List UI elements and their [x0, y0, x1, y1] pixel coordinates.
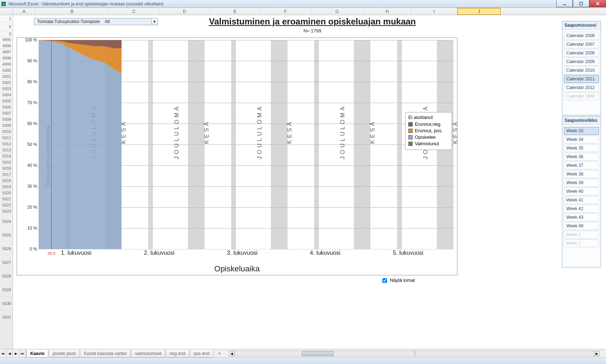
slicer-item[interactable]: Calendar 2012	[564, 84, 599, 92]
column-header[interactable]: B	[35, 8, 109, 15]
row-header[interactable]: 5020	[0, 190, 13, 196]
row-header[interactable]: 5026	[0, 242, 13, 256]
page-filter-dropdown[interactable]: Toimiala-Tulosyksikkö-Toimipiste All ▼	[34, 18, 158, 25]
column-header[interactable]: J	[457, 8, 501, 15]
slicer-item[interactable]: Week 34	[564, 136, 599, 143]
row-header[interactable]: 5011	[0, 135, 13, 141]
row-header[interactable]: 4996	[0, 43, 13, 49]
row-header[interactable]: 5021	[0, 196, 13, 202]
maximize-button[interactable]	[573, 0, 589, 7]
row-header[interactable]: 5008	[0, 116, 13, 123]
slicer-item[interactable]: Week 37	[564, 161, 599, 169]
row-header[interactable]: 4995	[0, 37, 13, 43]
slicer-item[interactable]: Week 49	[564, 222, 599, 230]
chart-subtitle: N= 1799	[179, 28, 446, 34]
slicer-item[interactable]: Week 35	[564, 144, 599, 152]
row-header[interactable]: 5010	[0, 129, 13, 135]
new-sheet-button[interactable]: ✶	[214, 351, 225, 356]
slicer-saapumisvuosi[interactable]: Saapumisvuosi Calendar 2006Calendar 2007…	[562, 21, 601, 115]
row-header[interactable]: 5022	[0, 202, 13, 208]
sheet-tab[interactable]: pivotin pivot	[49, 350, 79, 358]
row-header[interactable]: 4998	[0, 55, 13, 61]
sheet-tab[interactable]: Koonti kaaviota varten	[80, 350, 131, 358]
row-header[interactable]: 5003	[0, 86, 13, 92]
checkbox-input[interactable]	[382, 278, 387, 283]
column-header[interactable]: A	[13, 8, 35, 15]
row-header[interactable]: 5006	[0, 104, 13, 110]
tab-last-button[interactable]: ⏭	[19, 349, 26, 358]
tab-next-button[interactable]: ▶	[13, 349, 19, 358]
scrollbar-split[interactable]	[414, 351, 416, 356]
column-header[interactable]: H	[364, 8, 411, 15]
dropdown-icon[interactable]: ▼	[151, 18, 158, 25]
slicer-item[interactable]: Week 41	[564, 196, 599, 204]
minimize-button[interactable]	[556, 0, 573, 7]
column-header[interactable]: C	[109, 8, 159, 15]
row-header[interactable]: 5015	[0, 159, 13, 165]
row-header[interactable]: 5007	[0, 110, 13, 116]
slicer-item[interactable]: Week 42	[564, 205, 599, 213]
row-header[interactable]: 5000	[0, 67, 13, 74]
slicer-item[interactable]: Week 38	[564, 170, 599, 178]
sheet-tab[interactable]: valmistumiset	[131, 350, 165, 358]
column-header[interactable]: I	[411, 8, 457, 15]
sheet-tab[interactable]: neg erot	[166, 350, 189, 358]
column-header[interactable]: G	[311, 8, 364, 15]
slicer-item[interactable]: Calendar 2006	[564, 32, 599, 40]
row-header[interactable]: 5031	[0, 310, 13, 324]
row-header[interactable]: 5030	[0, 297, 13, 310]
slicer-item[interactable]: Week 2	[564, 239, 599, 247]
row-header[interactable]: 5004	[0, 92, 13, 98]
slicer-item[interactable]: Calendar 2008	[564, 49, 599, 57]
row-header[interactable]: 5017	[0, 172, 13, 178]
tab-prev-button[interactable]: ◀	[6, 349, 13, 358]
slicer-item[interactable]: Calendar 1980	[564, 92, 599, 100]
row-header[interactable]: 8	[0, 31, 13, 37]
slicer-item[interactable]: Week 1	[564, 231, 599, 239]
row-header[interactable]: 2	[0, 15, 13, 22]
row-header[interactable]: 5016	[0, 165, 13, 172]
selectall-corner[interactable]	[0, 8, 13, 15]
horizontal-scrollbar[interactable]: ◀ ▶	[229, 351, 600, 356]
row-header[interactable]: 5009	[0, 123, 13, 129]
tab-first-button[interactable]: ⏮	[0, 349, 6, 358]
show-vacations-checkbox[interactable]: Näytä lomat	[382, 278, 415, 283]
slicer-item[interactable]: Week 43	[564, 213, 599, 221]
row-header[interactable]: 5025	[0, 228, 13, 242]
row-header[interactable]: 6	[0, 22, 13, 31]
slicer-item[interactable]: Week 39	[564, 179, 599, 187]
slicer-item[interactable]: Calendar 2007	[564, 40, 599, 48]
column-header[interactable]: E	[210, 8, 260, 15]
row-header[interactable]: 5001	[0, 74, 13, 80]
row-header[interactable]: 5024	[0, 214, 13, 228]
row-header[interactable]: 4997	[0, 49, 13, 55]
slicer-item[interactable]: Calendar 2011	[564, 75, 599, 83]
slicer-saapumisviikko[interactable]: Saapumisviikko Week 33Week 34Week 35Week…	[562, 116, 601, 267]
column-header[interactable]: D	[159, 8, 210, 15]
slicer-item[interactable]: Calendar 2010	[564, 66, 599, 74]
row-header[interactable]: 5029	[0, 283, 13, 297]
row-header[interactable]: 5013	[0, 147, 13, 153]
row-header[interactable]: 5027	[0, 256, 13, 269]
row-header[interactable]: 5018	[0, 178, 13, 184]
chart[interactable]: Osuus opinnot aloittaneista 0 %10 %20 %3…	[17, 37, 457, 275]
slicer-item[interactable]: Week 33	[564, 127, 599, 135]
row-header[interactable]: 5028	[0, 269, 13, 283]
row-header[interactable]: 5014	[0, 153, 13, 159]
column-header[interactable]: F	[260, 8, 311, 15]
row-header[interactable]: 5019	[0, 184, 13, 190]
row-header[interactable]: 4999	[0, 61, 13, 67]
scroll-left-button[interactable]: ◀	[229, 351, 235, 356]
row-header[interactable]: 5002	[0, 80, 13, 86]
row-header[interactable]: 5012	[0, 141, 13, 147]
close-button[interactable]	[589, 0, 606, 7]
row-header[interactable]: 5005	[0, 98, 13, 104]
sheet-tab[interactable]: Kaavio	[26, 350, 48, 358]
slicer-item[interactable]: Calendar 2009	[564, 58, 599, 66]
row-header[interactable]: 5023	[0, 208, 13, 214]
scrollbar-thumb[interactable]	[302, 351, 334, 356]
scroll-right-button[interactable]: ▶	[594, 351, 600, 356]
slicer-item[interactable]: Week 36	[564, 153, 599, 161]
sheet-tab[interactable]: pos erot	[190, 350, 213, 358]
slicer-item[interactable]: Week 40	[564, 187, 599, 195]
